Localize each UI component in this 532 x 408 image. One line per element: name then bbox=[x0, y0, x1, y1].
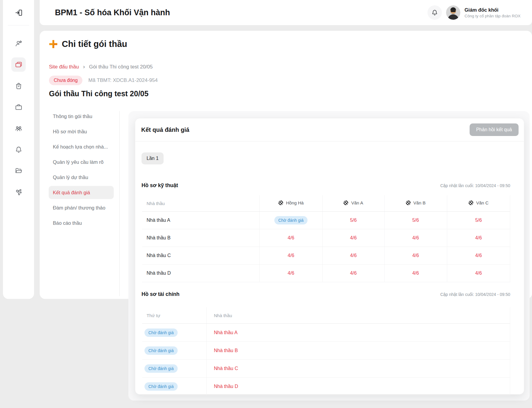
panel-title: Kết quả đánh giá bbox=[141, 126, 189, 133]
menu-item-5[interactable]: Quản lý dự thầu bbox=[49, 171, 114, 184]
score-link[interactable]: 5/6 bbox=[412, 218, 419, 223]
vendor-name-cell: Nhà thầu B bbox=[142, 229, 259, 247]
sidebar-toggle-icon[interactable] bbox=[11, 5, 26, 20]
package-menu: Thông tin gói thầuHồ sơ mời thầuKế hoạch… bbox=[49, 110, 114, 230]
pending-evaluation-badge: Chờ đánh giá bbox=[144, 346, 178, 355]
tbmt-code: Mã TBMT: XDCB.A1-2024-954 bbox=[88, 77, 158, 83]
table-row: Chờ đánh giáNhà thầu A bbox=[142, 324, 510, 342]
score-link[interactable]: 4/6 bbox=[475, 253, 482, 258]
user-name: Giám đốc khối bbox=[465, 7, 524, 13]
pending-evaluation-badge: Chờ đánh giá bbox=[274, 216, 307, 224]
vendor-link[interactable]: Nhà thầu A bbox=[214, 330, 238, 335]
pending-evaluation-badge: Chờ đánh giá bbox=[144, 328, 178, 337]
financial-updated-at: Cập nhật lần cuối: 10/04/2024 - 09:50 bbox=[440, 292, 510, 297]
vendor-link[interactable]: Nhà thầu B bbox=[214, 348, 238, 353]
score-link[interactable]: 4/6 bbox=[287, 271, 294, 276]
team-icon[interactable] bbox=[11, 121, 26, 135]
evaluation-panel: Kết quả đánh giá Phản hồi kết quả Lần 1 … bbox=[135, 118, 524, 395]
table-row: Nhà thầu C4/64/64/64/6 bbox=[142, 247, 510, 265]
table-row: Nhà thầu B4/64/64/64/6 bbox=[142, 229, 510, 247]
breadcrumb-link-site[interactable]: Site đấu thầu bbox=[49, 64, 79, 70]
score-link[interactable]: 4/6 bbox=[475, 271, 482, 276]
menu-item-4[interactable]: Quản lý yêu cầu làm rõ bbox=[49, 155, 114, 169]
menu-item-3[interactable]: Kế hoạch lựa chọn nhà... bbox=[49, 140, 114, 153]
table-row: Nhà thầu AChờ đánh giá5/65/65/6 bbox=[142, 212, 510, 229]
table-row: Nhà thầu D4/64/64/64/6 bbox=[142, 265, 510, 282]
notification-bell-icon[interactable] bbox=[428, 5, 442, 20]
score-link[interactable]: 4/6 bbox=[350, 271, 356, 276]
tech-col-header: Văn A bbox=[322, 195, 384, 212]
shopping-bag-icon[interactable] bbox=[11, 79, 26, 93]
fin-col-header: Thứ tự bbox=[142, 307, 206, 324]
table-row: Chờ đánh giáNhà thầu B bbox=[142, 342, 510, 360]
bell-icon[interactable] bbox=[11, 142, 26, 157]
score-link[interactable]: 4/6 bbox=[350, 235, 356, 240]
tech-col-header: Văn C bbox=[447, 195, 510, 212]
vendor-name-cell: Nhà thầu C bbox=[142, 247, 259, 265]
status-badge: Chưa đóng bbox=[49, 76, 82, 85]
menu-item-7[interactable]: Đàm phán/ thương thảo bbox=[49, 201, 114, 214]
menu-item-8[interactable]: Báo cáo thầu bbox=[49, 216, 114, 230]
feedback-button[interactable]: Phản hồi kết quả bbox=[470, 123, 519, 136]
table-row: Chờ đánh giáNhà thầu D bbox=[142, 378, 510, 395]
technical-updated-at: Cập nhật lần cuối: 10/04/2024 - 09:50 bbox=[440, 183, 510, 188]
vendor-name-cell: Nhà thầu A bbox=[142, 212, 259, 229]
breadcrumb-current: Gói thầu Thi công test 20/05 bbox=[89, 64, 153, 70]
vendor-name-cell: Nhà thầu D bbox=[142, 265, 259, 282]
checkered-flag-icon bbox=[278, 200, 283, 205]
score-link[interactable]: 4/6 bbox=[412, 253, 419, 258]
pending-evaluation-badge: Chờ đánh giá bbox=[144, 364, 178, 373]
score-link[interactable]: 5/6 bbox=[350, 218, 356, 223]
network-icon[interactable] bbox=[11, 185, 26, 199]
topbar: BPM1 - Số hóa Khối Vận hành Giám đốc khố… bbox=[40, 0, 532, 25]
score-link[interactable]: 4/6 bbox=[412, 235, 419, 240]
fin-col-header: Nhà thầu bbox=[206, 307, 510, 324]
score-link[interactable]: 4/6 bbox=[350, 253, 356, 258]
checkered-flag-icon bbox=[343, 200, 348, 205]
tech-col-header: Văn B bbox=[384, 195, 447, 212]
checkered-flag-icon bbox=[468, 200, 473, 205]
menu-item-1[interactable]: Thông tin gói thầu bbox=[49, 110, 114, 123]
checkered-flag-icon bbox=[406, 200, 411, 205]
user-company: Công ty cổ phần tập đoàn ROX bbox=[465, 14, 524, 18]
financial-table: Thứ tựNhà thầuChờ đánh giáNhà thầu AChờ … bbox=[142, 307, 510, 395]
package-heading: Gói thầu Thi công test 20/05 bbox=[49, 89, 148, 98]
score-link[interactable]: 4/6 bbox=[475, 235, 482, 240]
tech-col-header: Hồng Hà bbox=[259, 195, 322, 212]
folder-icon[interactable] bbox=[11, 163, 26, 178]
avatar[interactable] bbox=[446, 5, 460, 20]
pending-evaluation-badge: Chờ đánh giá bbox=[144, 382, 178, 391]
page-title: Chi tiết gói thầu bbox=[62, 39, 127, 49]
technical-section-title: Hồ sơ kỹ thuật bbox=[142, 182, 178, 189]
user-gear-icon[interactable] bbox=[11, 36, 26, 51]
menu-divider bbox=[119, 111, 120, 296]
financial-section-title: Hồ sơ tài chính bbox=[142, 291, 179, 297]
round-tab[interactable]: Lần 1 bbox=[142, 152, 164, 164]
chevron-right-icon: › bbox=[83, 64, 85, 70]
score-link[interactable]: 4/6 bbox=[287, 235, 294, 240]
score-link[interactable]: 4/6 bbox=[287, 253, 294, 258]
breadcrumb: Site đấu thầu › Gói thầu Thi công test 2… bbox=[49, 64, 153, 70]
rox-logo-icon bbox=[49, 39, 58, 49]
score-link[interactable]: 5/6 bbox=[475, 218, 482, 223]
cards-icon[interactable] bbox=[11, 57, 26, 72]
app-title: BPM1 - Số hóa Khối Vận hành bbox=[55, 8, 428, 17]
technical-table: Nhà thầuHồng HàVăn AVăn BVăn CNhà thầu A… bbox=[142, 195, 510, 282]
vendor-link[interactable]: Nhà thầu D bbox=[214, 384, 238, 389]
tech-col-header: Nhà thầu bbox=[142, 195, 259, 212]
vendor-link[interactable]: Nhà thầu C bbox=[214, 366, 238, 371]
icon-sidebar bbox=[3, 0, 34, 299]
score-link[interactable]: 4/6 bbox=[412, 271, 419, 276]
briefcase-icon[interactable] bbox=[11, 100, 26, 114]
menu-item-2[interactable]: Hồ sơ mời thầu bbox=[49, 125, 114, 138]
app-window: BPM1 - Số hóa Khối Vận hành Giám đốc khố… bbox=[0, 0, 532, 408]
table-row: Chờ đánh giáNhà thầu C bbox=[142, 360, 510, 378]
menu-item-6[interactable]: Kết quả đánh giá bbox=[49, 186, 114, 199]
sidebar-divider bbox=[8, 25, 29, 25]
